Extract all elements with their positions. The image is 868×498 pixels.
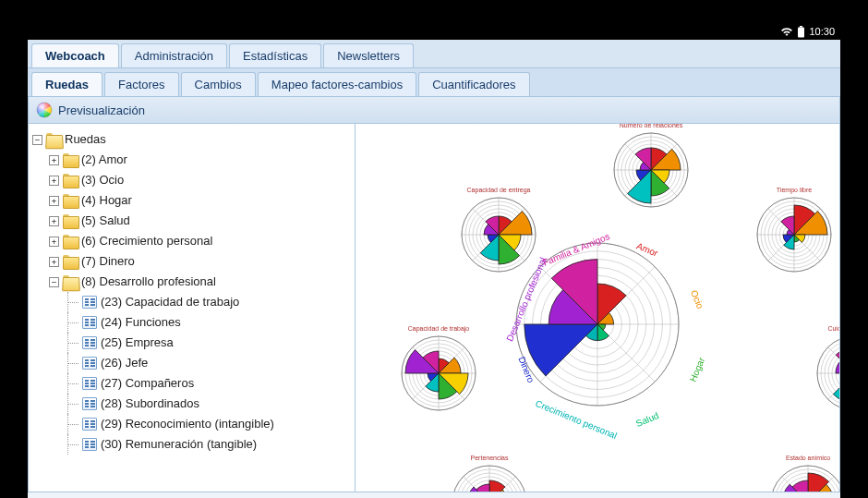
expand-icon[interactable]: + [49,196,59,206]
tree-node-label: (30) Remuneración (tangible) [99,434,257,455]
tree-node-label: (23) Capacidad de trabajo [99,292,239,312]
app-screen: WebcoachAdministraciónEstadísticasNewsle… [28,40,840,498]
expand-icon[interactable]: + [49,237,59,247]
subtab-factores[interactable]: Factores [104,72,179,96]
tree-folder[interactable]: +(6) Crecimiento personal [49,231,351,251]
svg-point-120 [478,492,500,492]
mini-wheel-label: Pertenencias [439,455,540,461]
form-icon [82,316,97,329]
mini-life-wheel [612,131,690,213]
tree-folder[interactable]: +(7) Dinero [49,251,351,272]
tree-node-label: (25) Empresa [99,333,174,353]
mini-wheel-label: Tiempo libre [743,187,840,193]
tree-node-label: (2) Amor [79,150,127,170]
tree-node-label: (4) Hogar [79,190,132,211]
sector-label: Ocio [689,288,705,310]
form-icon [82,438,97,451]
collapse-icon[interactable]: − [49,277,59,287]
tab-estad-sticas[interactable]: Estadísticas [229,43,321,67]
form-icon [82,336,97,349]
mini-life-wheel [769,464,840,492]
title-text: Previsualización [58,103,145,117]
folder-icon [63,255,78,268]
status-bar: 10:30 [28,23,840,40]
color-wheel-icon [36,102,53,118]
form-icon [82,377,97,390]
tree-folder[interactable]: −(8) Desarrollo profesional [49,272,351,292]
tree-node-label: (6) Crecimiento personal [79,231,212,251]
folder-icon [63,153,78,166]
expand-icon[interactable]: + [49,216,59,226]
tree-folder[interactable]: +(5) Salud [49,211,351,231]
battery-icon [797,26,805,38]
svg-point-158 [797,492,819,492]
svg-rect-1 [798,27,804,37]
folder-icon [63,174,78,187]
tree-root[interactable]: −Ruedas [32,129,351,150]
tree-folder[interactable]: +(3) Ocio [49,170,351,190]
tree-leaf[interactable]: (30) Remuneración (tangible) [80,434,351,455]
tree-leaf[interactable]: (24) Funciones [80,312,351,333]
tree-leaf[interactable]: (25) Empresa [80,333,351,353]
tree-leaf[interactable]: (23) Capacidad de trabajo [80,292,351,312]
folder-icon [63,275,78,288]
tablet-frame: 10:30 WebcoachAdministraciónEstadísticas… [0,0,868,498]
expand-icon[interactable]: + [49,155,59,165]
mini-wheel-label: Número de relaciones [600,124,702,128]
form-icon [82,397,97,410]
expand-icon[interactable]: + [49,257,59,267]
tree-folder[interactable]: +(2) Amor [49,150,351,170]
mini-wheel-label: Capacidad de trabajo [388,325,489,332]
subtab-cambios[interactable]: Cambios [181,72,256,96]
tree-node-label: (27) Compañeros [99,373,194,394]
form-icon [82,357,97,370]
title-bar: Previsualización [28,97,840,124]
tree[interactable]: −Ruedas+(2) Amor+(3) Ocio+(4) Hogar+(5) … [32,129,351,455]
tree-node-label: (29) Reconocimiento (intangible) [99,414,274,434]
tree-leaf[interactable]: (27) Compañeros [80,373,351,394]
mini-wheel-label: Estado anímico [757,455,840,461]
tree-node-label: Ruedas [63,129,106,150]
tree-leaf[interactable]: (29) Reconocimiento (intangible) [80,414,351,434]
mini-wheel-label: Cuidado del hogar [803,325,840,332]
tabs-secondary: RuedasFactoresCambiosMapeo factores-camb… [28,68,840,97]
tree-node-label: (26) Jefe [99,353,148,373]
mini-life-wheel [451,464,528,492]
tree-panel: −Ruedas+(2) Amor+(3) Ocio+(4) Hogar+(5) … [28,124,356,492]
folder-icon [63,194,78,207]
tab-webcoach[interactable]: Webcoach [31,43,119,67]
tree-folder[interactable]: +(4) Hogar [49,190,351,211]
tab-newsletters[interactable]: Newsletters [323,43,414,67]
folder-icon [63,214,78,227]
subtab-mapeo-factores-cambios[interactable]: Mapeo factores-cambios [258,72,416,96]
folder-open-icon [46,133,61,146]
status-time: 10:30 [809,26,835,37]
tree-node-label: (8) Desarrollo profesional [79,272,216,292]
tab-administraci-n[interactable]: Administración [121,43,227,67]
tree-leaf[interactable]: (28) Subordinados [80,394,351,414]
svg-rect-0 [800,26,802,28]
expand-icon[interactable]: + [49,176,59,186]
subtab-ruedas[interactable]: Ruedas [31,72,102,96]
life-wheel-chart: AmorOcioHogarSaludCrecimiento personalDi… [356,124,839,492]
svg-point-102 [839,358,840,388]
collapse-icon[interactable]: − [32,135,42,145]
sector-label: Salud [634,410,660,429]
tree-node-label: (5) Salud [79,211,130,231]
subtab-cuantificadores[interactable]: Cuantificadores [418,72,529,96]
wifi-icon [780,27,793,37]
mini-life-wheel [460,196,537,277]
form-icon [82,296,97,309]
content-area: −Ruedas+(2) Amor+(3) Ocio+(4) Hogar+(5) … [28,124,840,492]
tree-node-label: (3) Ocio [79,170,124,190]
tree-leaf[interactable]: (26) Jefe [80,353,351,373]
sector-label: Hogar [688,357,707,383]
preview-panel: AmorOcioHogarSaludCrecimiento personalDi… [356,124,840,492]
form-icon [82,418,97,431]
tree-node-label: (24) Funciones [99,312,181,333]
mini-life-wheel [755,196,833,277]
tabs-primary: WebcoachAdministraciónEstadísticasNewsle… [28,40,840,68]
folder-icon [63,235,78,248]
mini-wheel-label: Capacidad de entrega [448,187,549,193]
mini-wheel-label: Aportaciones [600,492,702,492]
